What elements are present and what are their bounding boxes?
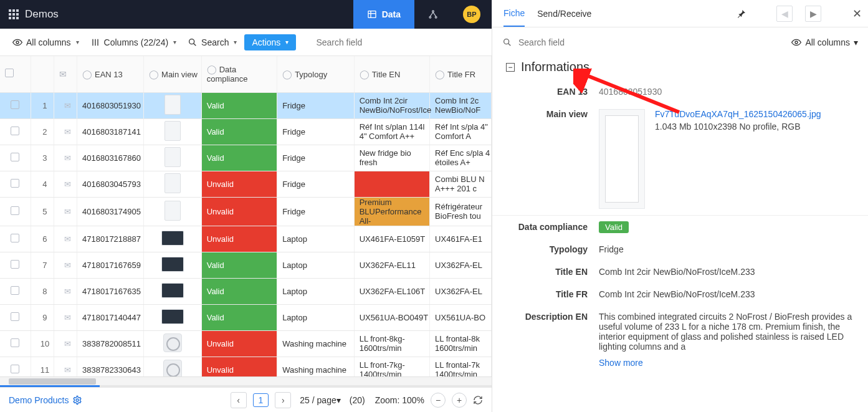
- mail-icon[interactable]: ✉: [54, 145, 77, 171]
- row-check[interactable]: [0, 330, 31, 357]
- row-check[interactable]: [0, 226, 31, 252]
- search-dropdown[interactable]: Search ▾: [184, 35, 241, 50]
- cell-mainview[interactable]: [144, 171, 202, 197]
- detail-body[interactable]: − Informations EAN 13 4016803051930 Main…: [492, 51, 868, 412]
- row-check[interactable]: [0, 145, 31, 171]
- header-title-en[interactable]: ◯Title EN: [354, 56, 429, 92]
- row-check[interactable]: [0, 197, 31, 226]
- per-page-dropdown[interactable]: 25 / page▾: [297, 395, 343, 405]
- cell-mainview[interactable]: [144, 145, 202, 171]
- cell-mainview[interactable]: [144, 330, 202, 357]
- row-check[interactable]: [0, 118, 31, 145]
- eye-icon: [12, 37, 22, 47]
- detail-next[interactable]: ▶: [805, 6, 821, 22]
- header-title-fr[interactable]: ◯Title FR: [430, 56, 492, 92]
- cell-compliance: Unvalid: [201, 330, 277, 357]
- nav-graph[interactable]: [414, 0, 452, 29]
- cell-typology: Fridge: [277, 171, 355, 197]
- cell-mainview[interactable]: [144, 118, 202, 145]
- grid-toolbar: All columns ▾ Columns (22/24) ▾ Search ▾…: [0, 29, 492, 56]
- mail-icon[interactable]: ✉: [54, 226, 77, 252]
- apps-icon[interactable]: [9, 9, 19, 19]
- page-current[interactable]: 1: [253, 393, 269, 407]
- cell-title-en: Comb Int 2cir NewBio/NoFrost/Ice: [354, 92, 429, 118]
- mail-icon[interactable]: ✉: [54, 330, 77, 357]
- mail-icon[interactable]: ✉: [54, 278, 77, 304]
- tab-fiche[interactable]: Fiche: [503, 1, 525, 27]
- page-prev[interactable]: ‹: [231, 392, 247, 408]
- refresh-button[interactable]: [473, 395, 483, 405]
- cell-typology: Washing machine: [277, 357, 355, 376]
- table-row[interactable]: 10✉3838782008511UnvalidWashing machineLL…: [0, 330, 492, 357]
- table-row[interactable]: 9✉4718017140447ValidLaptopUX561UA-BO049T…: [0, 304, 492, 330]
- row-check[interactable]: [0, 357, 31, 376]
- actions-button[interactable]: Actions ▾: [244, 34, 296, 50]
- detail-prev[interactable]: ◀: [776, 6, 793, 22]
- close-icon[interactable]: ✕: [852, 7, 862, 21]
- cell-title-en: LL front-7kg-1400trs/min: [354, 357, 429, 376]
- mail-icon[interactable]: ✉: [54, 304, 77, 330]
- cell-compliance: Unvalid: [201, 226, 277, 252]
- table-row[interactable]: 1✉4016803051930ValidFridgeComb Int 2cir …: [0, 92, 492, 118]
- all-columns-dropdown[interactable]: All columns ▾: [9, 35, 83, 50]
- cell-title-fr: UX461FA-E1: [430, 226, 492, 252]
- header-compliance[interactable]: ◯Data compliance: [201, 56, 277, 92]
- mail-icon[interactable]: ✉: [54, 118, 77, 145]
- toolbar-search-input[interactable]: [316, 37, 416, 47]
- mainview-thumb[interactable]: [599, 109, 645, 209]
- mail-icon[interactable]: ✉: [54, 197, 77, 226]
- page-next[interactable]: ›: [275, 392, 291, 408]
- pin-icon[interactable]: [737, 8, 746, 19]
- cell-mainview[interactable]: [144, 252, 202, 278]
- mainview-filename[interactable]: Fv7TuDvoEAqXA7qH_1625150426065.jpg: [655, 109, 821, 119]
- table-row[interactable]: 6✉4718017218887UnvalidLaptopUX461FA-E105…: [0, 226, 492, 252]
- cell-mainview[interactable]: [144, 92, 202, 118]
- header-ean[interactable]: ◯EAN 13: [77, 56, 144, 92]
- mail-icon[interactable]: ✉: [54, 171, 77, 197]
- header-mainview[interactable]: ◯Main view: [144, 56, 202, 92]
- row-check[interactable]: [0, 278, 31, 304]
- mail-icon[interactable]: ✉: [54, 357, 77, 376]
- show-more-link[interactable]: Show more: [599, 358, 857, 368]
- table-row[interactable]: 3✉4016803167860ValidFridgeNew fridge bio…: [0, 145, 492, 171]
- collapse-icon: −: [506, 63, 515, 72]
- search-icon: [502, 37, 512, 47]
- detail-all-columns[interactable]: All columns ▾: [791, 37, 858, 47]
- mail-icon[interactable]: ✉: [54, 252, 77, 278]
- cell-title-en: LL front-8kg-1600trs/min: [354, 330, 429, 357]
- table-row[interactable]: 4✉4016803045793UnvalidFridgeCombi BLU N …: [0, 171, 492, 197]
- table-row[interactable]: 8✉4718017167635ValidLaptopUX362FA-EL106T…: [0, 278, 492, 304]
- cell-title-fr: Réf Int s/pla 4" Comfort A: [430, 118, 492, 145]
- cell-mainview[interactable]: [144, 197, 202, 226]
- columns-dropdown[interactable]: Columns (22/24) ▾: [87, 35, 181, 50]
- svg-line-6: [430, 12, 433, 17]
- cell-compliance: Unvalid: [201, 197, 277, 226]
- header-typology[interactable]: ◯Typology: [277, 56, 355, 92]
- table-row[interactable]: 7✉4718017167659ValidLaptopUX362FA-EL11UX…: [0, 252, 492, 278]
- product-set-link[interactable]: Demo Products: [9, 395, 82, 405]
- detail-search-input[interactable]: [518, 37, 785, 47]
- header-check[interactable]: [0, 56, 31, 92]
- avatar[interactable]: BP: [463, 6, 480, 23]
- zoom-in-button[interactable]: +: [452, 393, 467, 408]
- cell-mainview[interactable]: [144, 226, 202, 252]
- row-check[interactable]: [0, 252, 31, 278]
- cell-title-fr: LL frontal-8k 1600trs/min: [430, 330, 492, 357]
- zoom-out-button[interactable]: −: [431, 393, 446, 408]
- row-check[interactable]: [0, 92, 31, 118]
- h-scrollbar[interactable]: [0, 376, 492, 385]
- nav-data[interactable]: Data: [353, 0, 414, 29]
- table-row[interactable]: 5✉4016803174905UnvalidFridgePremium BLUP…: [0, 197, 492, 226]
- grid-scroll[interactable]: ✉ ◯EAN 13 ◯Main view ◯Data compliance ◯T…: [0, 56, 492, 376]
- cell-mainview[interactable]: [144, 304, 202, 330]
- section-header[interactable]: − Informations: [492, 51, 868, 80]
- row-check[interactable]: [0, 171, 31, 197]
- table-row[interactable]: 11✉3838782330643UnvalidWashing machineLL…: [0, 357, 492, 376]
- table-row[interactable]: 2✉4016803187141ValidFridgeRéf Int s/plan…: [0, 118, 492, 145]
- cell-mainview[interactable]: [144, 357, 202, 376]
- row-check[interactable]: [0, 304, 31, 330]
- tab-send-receive[interactable]: Send/Receive: [537, 1, 591, 26]
- progress-line: [0, 385, 492, 387]
- mail-icon[interactable]: ✉: [54, 92, 77, 118]
- cell-mainview[interactable]: [144, 278, 202, 304]
